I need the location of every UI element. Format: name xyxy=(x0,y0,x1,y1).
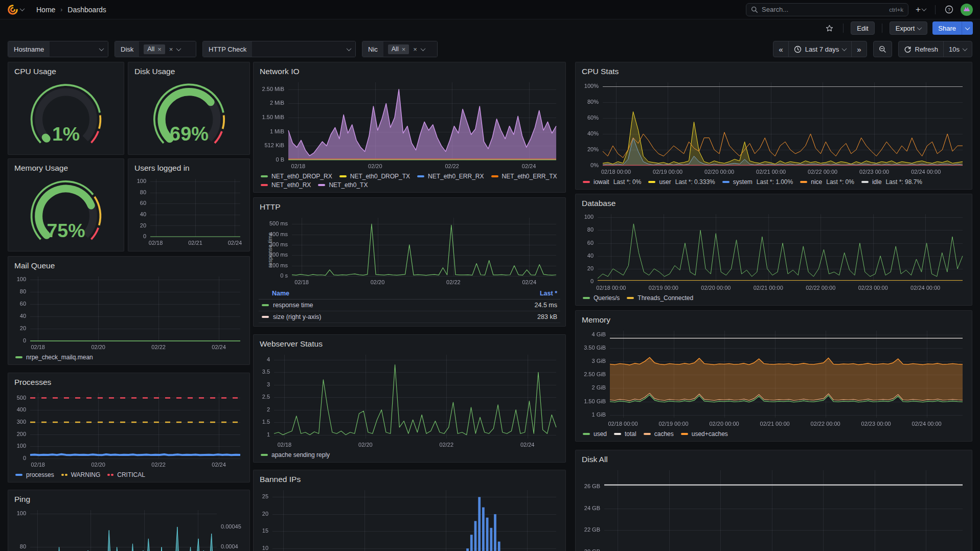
legend-color-swatch xyxy=(644,433,651,435)
legend-color-swatch xyxy=(15,356,22,358)
search-box[interactable]: ctrl+k xyxy=(746,3,908,16)
grafana-logo[interactable] xyxy=(7,4,24,15)
filter-disk[interactable]: Disk All × × xyxy=(115,41,196,57)
legend-item[interactable]: used xyxy=(583,430,607,438)
panel-title[interactable]: Banned IPs xyxy=(259,474,560,486)
panel-title[interactable]: CPU Stats xyxy=(581,66,967,78)
search-input[interactable] xyxy=(762,6,885,13)
legend-item[interactable]: nrpe_check_mailq.mean xyxy=(15,354,93,361)
export-button[interactable]: Export xyxy=(890,21,928,35)
panel-title[interactable]: Processes xyxy=(13,377,244,389)
table-header-name[interactable]: Name xyxy=(272,290,289,297)
legend-color-swatch xyxy=(800,181,807,183)
legend-item[interactable]: total xyxy=(614,430,636,438)
breadcrumb-home[interactable]: Home xyxy=(36,6,55,14)
panel-title[interactable]: Network IO xyxy=(259,66,560,78)
legend-item[interactable]: CRITICAL xyxy=(107,471,145,478)
panel-title[interactable]: Memory xyxy=(581,314,967,327)
filter-disk-label: Disk xyxy=(115,41,139,57)
breadcrumb: Home › Dashboards xyxy=(36,6,106,14)
filter-nic-value-pill[interactable]: All × xyxy=(388,44,409,54)
refresh-interval-picker[interactable]: 10s xyxy=(943,41,972,57)
legend-item[interactable]: WARNING xyxy=(61,471,101,478)
legend-label: user xyxy=(659,178,671,186)
chart-area[interactable] xyxy=(259,351,560,450)
remove-value-icon[interactable]: × xyxy=(157,45,162,53)
filter-nic[interactable]: Nic All × × xyxy=(362,41,438,57)
legend-item[interactable]: NET_eth0_DROP_TX xyxy=(339,173,410,180)
legend-item[interactable]: apache sending reply xyxy=(261,451,330,458)
legend-item[interactable]: Queries/s xyxy=(583,294,620,302)
filter-hostname[interactable]: Hostname xyxy=(8,41,108,57)
panel-title[interactable]: Database xyxy=(581,198,967,210)
legend-item[interactable]: NET_eth0_ERR_RX xyxy=(417,173,484,180)
share-button[interactable]: Share xyxy=(932,21,962,35)
legend-color-swatch xyxy=(627,297,634,299)
chart-area[interactable] xyxy=(133,175,244,248)
chart-area[interactable] xyxy=(259,78,560,171)
share-menu-button[interactable] xyxy=(962,21,973,35)
legend-item[interactable]: NET_eth0_RX xyxy=(261,181,311,189)
chart-area[interactable] xyxy=(13,389,244,470)
legend-item[interactable]: processes xyxy=(15,471,54,478)
table-row[interactable]: response time24.5 ms xyxy=(259,300,560,311)
time-zoom-out-button[interactable] xyxy=(874,41,892,57)
panel-title[interactable]: Disk All xyxy=(581,454,967,466)
user-avatar[interactable] xyxy=(961,4,973,16)
legend-item[interactable]: NET_eth0_TX xyxy=(318,181,368,189)
legend-item[interactable]: iowaitLast *: 0% xyxy=(583,178,641,186)
panel-title[interactable]: HTTP xyxy=(259,201,560,214)
chart-area[interactable] xyxy=(13,506,244,551)
panel-title[interactable]: CPU Usage xyxy=(13,66,119,78)
panel-title[interactable]: Users logged in xyxy=(133,163,244,175)
chevron-down-icon xyxy=(99,46,104,51)
zoom-out-icon xyxy=(879,45,886,53)
legend-item[interactable]: niceLast *: 0% xyxy=(800,178,854,186)
chart-area[interactable] xyxy=(259,486,560,551)
panel-title[interactable]: Webserver Status xyxy=(259,338,560,351)
chevron-down-icon xyxy=(963,46,968,51)
filter-http-check[interactable]: HTTP Check xyxy=(202,41,356,57)
legend-item[interactable]: NET_eth0_ERR_TX xyxy=(491,173,557,180)
panel-title[interactable]: Mail Queue xyxy=(13,260,244,272)
svg-text:75%: 75% xyxy=(47,219,85,241)
legend-item[interactable]: Threads_Connected xyxy=(627,294,693,302)
legend-item[interactable]: used+caches xyxy=(681,430,728,438)
add-new-button[interactable]: + xyxy=(914,4,928,15)
legend-item[interactable]: caches xyxy=(644,430,674,438)
chart-area[interactable] xyxy=(13,272,244,352)
svg-text:69%: 69% xyxy=(170,123,209,145)
remove-value-icon[interactable]: × xyxy=(402,45,406,53)
breadcrumb-dashboards[interactable]: Dashboards xyxy=(67,6,106,14)
help-button[interactable]: ? xyxy=(943,4,955,15)
panel-title[interactable]: Ping xyxy=(13,494,244,506)
clear-filter-icon[interactable]: × xyxy=(169,45,173,53)
chart-area[interactable] xyxy=(581,210,967,293)
chart-area[interactable]: response time xyxy=(266,214,560,287)
legend-value: Last *: 1.00% xyxy=(757,178,793,186)
legend-label: idle xyxy=(872,178,882,186)
chart-area[interactable] xyxy=(581,78,967,177)
legend-item[interactable]: NET_eth0_DROP_RX xyxy=(261,173,332,180)
table-header-last[interactable]: Last * xyxy=(540,290,557,297)
panel-title[interactable]: Disk Usage xyxy=(133,66,244,78)
legend-color-swatch xyxy=(107,474,113,476)
time-shift-back-button[interactable]: « xyxy=(773,41,788,57)
refresh-button[interactable]: Refresh xyxy=(899,41,944,57)
panel-title[interactable]: Memory Usage xyxy=(13,163,119,175)
time-shift-forward-button[interactable]: » xyxy=(851,41,866,57)
filter-disk-value-pill[interactable]: All × xyxy=(144,44,165,54)
legend-item[interactable]: systemLast *: 1.00% xyxy=(722,178,793,186)
time-range-picker[interactable]: Last 7 days xyxy=(788,41,852,57)
legend-item[interactable]: idleLast *: 98.7% xyxy=(861,178,922,186)
table-row[interactable]: size (right y-axis)283 kB xyxy=(259,311,560,323)
chart-area[interactable] xyxy=(581,466,967,551)
clear-filter-icon[interactable]: × xyxy=(413,45,417,53)
dashboard-actions: Edit Export Share xyxy=(0,19,980,37)
chart-area[interactable] xyxy=(581,327,967,429)
legend-color-swatch xyxy=(15,474,22,476)
legend-label: processes xyxy=(26,471,54,478)
favorite-star-button[interactable] xyxy=(823,22,836,34)
edit-button[interactable]: Edit xyxy=(851,21,874,35)
legend-item[interactable]: userLast *: 0.333% xyxy=(648,178,715,186)
